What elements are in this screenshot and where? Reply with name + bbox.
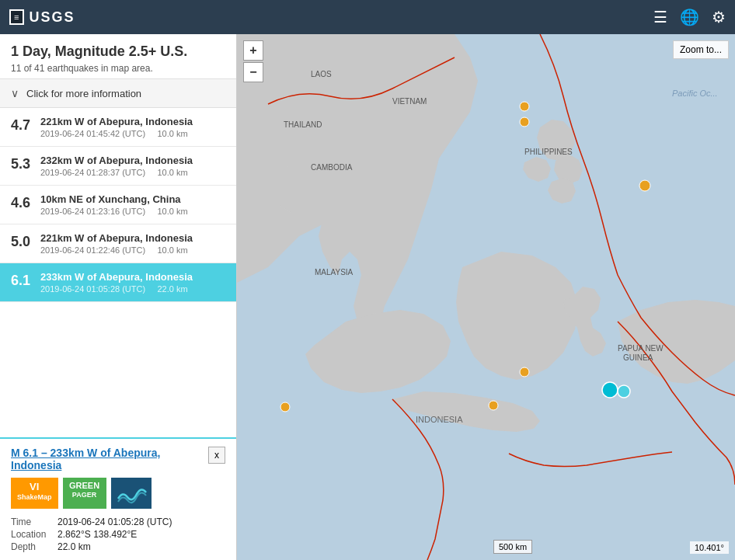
svg-text:LAOS: LAOS xyxy=(311,70,332,78)
shakemap-badge[interactable]: VI ShakeMap xyxy=(11,478,58,509)
earthquake-meta: 2019-06-24 01:22:46 (UTC) 10.0 km xyxy=(40,245,225,255)
earthquake-details: 10km NE of Xunchang, China 2019-06-24 01… xyxy=(40,193,225,216)
earthquake-item-active[interactable]: 6.1 233km W of Abepura, Indonesia 2019-0… xyxy=(0,263,236,302)
earthquake-datetime: 2019-06-24 01:05:28 (UTC) xyxy=(40,284,145,294)
time-label: Time xyxy=(11,517,57,527)
sidebar-title-area: 1 Day, Magnitude 2.5+ U.S. 11 of 41 eart… xyxy=(0,34,236,79)
earthquake-depth: 10.0 km xyxy=(157,168,187,177)
map-area[interactable]: + − Zoom to... xyxy=(237,34,735,560)
earthquake-list: 4.7 221km W of Abepura, Indonesia 2019-0… xyxy=(0,108,236,437)
shakemap-badge-level: VI xyxy=(17,481,52,493)
svg-text:PHILIPPINES: PHILIPPINES xyxy=(524,148,573,156)
svg-text:THAILAND: THAILAND xyxy=(284,120,322,129)
svg-point-15 xyxy=(520,102,529,111)
earthquake-magnitude: 5.3 xyxy=(11,155,40,172)
sidebar-subtitle: 11 of 41 earthquakes in map area. xyxy=(11,63,225,74)
earthquake-datetime: 2019-06-24 01:23:16 (UTC) xyxy=(40,207,145,216)
usgs-logo: ≡ USGS xyxy=(9,9,75,26)
earthquake-datetime: 2019-06-24 01:28:37 (UTC) xyxy=(40,168,145,177)
pager-badge[interactable]: GREEN PAGER xyxy=(63,478,106,509)
earthquake-location: 221km W of Abepura, Indonesia xyxy=(40,116,225,127)
earthquake-details: 233km W of Abepura, Indonesia 2019-06-24… xyxy=(40,271,225,294)
time-value: 2019-06-24 01:05:28 (UTC) xyxy=(57,517,225,527)
sidebar: 1 Day, Magnitude 2.5+ U.S. 11 of 41 eart… xyxy=(0,34,237,560)
earthquake-item[interactable]: 5.0 221km W of Abepura, Indonesia 2019-0… xyxy=(0,224,236,263)
map-scale: 500 km xyxy=(493,540,532,554)
coords-value: 10.401° xyxy=(695,543,724,552)
earthquake-location: 10km NE of Xunchang, China xyxy=(40,193,225,205)
depth-label: Depth xyxy=(11,541,57,552)
earthquake-meta: 2019-06-24 01:05:28 (UTC) 22.0 km xyxy=(40,284,225,294)
earthquake-magnitude: 4.7 xyxy=(11,116,40,134)
svg-point-13 xyxy=(520,367,529,377)
svg-point-14 xyxy=(280,402,290,412)
menu-button[interactable]: ☰ xyxy=(653,8,667,26)
earthquake-details: 221km W of Abepura, Indonesia 2019-06-24… xyxy=(40,116,225,138)
click-info-label: Click for more information xyxy=(26,88,141,99)
earthquake-depth: 10.0 km xyxy=(157,245,187,255)
svg-text:MALAYSIA: MALAYSIA xyxy=(315,268,354,277)
usgs-logo-icon: ≡ xyxy=(9,9,24,25)
map-coordinates: 10.401° xyxy=(690,541,729,554)
zoom-to-button[interactable]: Zoom to... xyxy=(673,40,729,59)
svg-text:Pacific Oc...: Pacific Oc... xyxy=(672,89,718,98)
earthquake-meta: 2019-06-24 01:28:37 (UTC) 10.0 km xyxy=(40,168,225,177)
earthquake-location: 221km W of Abepura, Indonesia xyxy=(40,232,225,244)
svg-text:INDONESIA: INDONESIA xyxy=(416,415,463,424)
popup-info-grid: Time 2019-06-24 01:05:28 (UTC) Location … xyxy=(11,517,225,552)
click-info-bar[interactable]: ∨ Click for more information xyxy=(0,79,236,108)
svg-point-19 xyxy=(618,385,630,398)
sidebar-title: 1 Day, Magnitude 2.5+ U.S. xyxy=(11,43,225,60)
location-label: Location xyxy=(11,529,57,540)
svg-point-18 xyxy=(602,382,618,398)
earthquake-meta: 2019-06-24 01:23:16 (UTC) 10.0 km xyxy=(40,207,225,216)
usgs-logo-text: USGS xyxy=(29,9,75,26)
earthquake-item[interactable]: 4.7 221km W of Abepura, Indonesia 2019-0… xyxy=(0,108,236,147)
scale-label: 500 km xyxy=(499,542,527,551)
svg-point-12 xyxy=(639,180,650,191)
map-zoom-controls: + − xyxy=(243,40,263,84)
svg-text:CAMBODIA: CAMBODIA xyxy=(311,163,353,172)
earthquake-details: 221km W of Abepura, Indonesia 2019-06-24… xyxy=(40,232,225,255)
earthquake-datetime: 2019-06-24 01:45:42 (UTC) xyxy=(40,129,145,138)
chevron-down-icon: ∨ xyxy=(11,87,19,99)
popup-badges: VI ShakeMap GREEN PAGER xyxy=(11,478,225,509)
popup-close-button[interactable]: x xyxy=(208,447,225,464)
earthquake-item[interactable]: 5.3 232km W of Abepura, Indonesia 2019-0… xyxy=(0,147,236,186)
svg-point-17 xyxy=(489,401,498,410)
earthquake-depth: 22.0 km xyxy=(157,284,187,294)
earthquake-datetime: 2019-06-24 01:22:46 (UTC) xyxy=(40,245,145,255)
earthquake-depth: 10.0 km xyxy=(157,207,187,216)
pager-badge-level: GREEN xyxy=(69,481,100,491)
earthquake-depth: 10.0 km xyxy=(157,129,187,138)
tsunami-badge[interactable] xyxy=(111,478,152,509)
svg-point-16 xyxy=(520,117,529,127)
zoom-in-button[interactable]: + xyxy=(243,40,263,61)
map-svg: LAOS THAILAND VIETNAM CAMBODIA PHILIPPIN… xyxy=(237,34,735,560)
earthquake-location: 232km W of Abepura, Indonesia xyxy=(40,155,225,166)
settings-button[interactable]: ⚙ xyxy=(712,8,726,26)
svg-text:GUINEA: GUINEA xyxy=(623,353,653,362)
zoom-out-button[interactable]: − xyxy=(243,62,263,82)
svg-text:VIETNAM: VIETNAM xyxy=(392,97,427,106)
earthquake-meta: 2019-06-24 01:45:42 (UTC) 10.0 km xyxy=(40,129,225,138)
earthquake-item[interactable]: 4.6 10km NE of Xunchang, China 2019-06-2… xyxy=(0,186,236,224)
pager-badge-label: PAGER xyxy=(69,491,100,499)
earthquake-details: 232km W of Abepura, Indonesia 2019-06-24… xyxy=(40,155,225,177)
earthquake-popup-card: M 6.1 – 233km W of Abepura, Indonesia x … xyxy=(0,437,236,560)
location-value: 2.862°S 138.492°E xyxy=(57,529,225,540)
depth-value: 22.0 km xyxy=(57,541,225,552)
app-header: ≡ USGS ☰ 🌐 ⚙ xyxy=(0,0,735,34)
earthquake-magnitude: 6.1 xyxy=(11,271,40,289)
shakemap-badge-label: ShakeMap xyxy=(17,493,52,502)
earthquake-magnitude: 4.6 xyxy=(11,193,40,211)
globe-button[interactable]: 🌐 xyxy=(680,8,699,26)
popup-header: M 6.1 – 233km W of Abepura, Indonesia x xyxy=(11,447,225,471)
svg-text:PAPUA NEW: PAPUA NEW xyxy=(618,344,664,353)
header-actions: ☰ 🌐 ⚙ xyxy=(653,8,726,26)
earthquake-location: 233km W of Abepura, Indonesia xyxy=(40,271,225,283)
popup-title-link[interactable]: M 6.1 – 233km W of Abepura, Indonesia xyxy=(11,447,202,471)
earthquake-magnitude: 5.0 xyxy=(11,232,40,250)
main-content: 1 Day, Magnitude 2.5+ U.S. 11 of 41 eart… xyxy=(0,34,735,560)
